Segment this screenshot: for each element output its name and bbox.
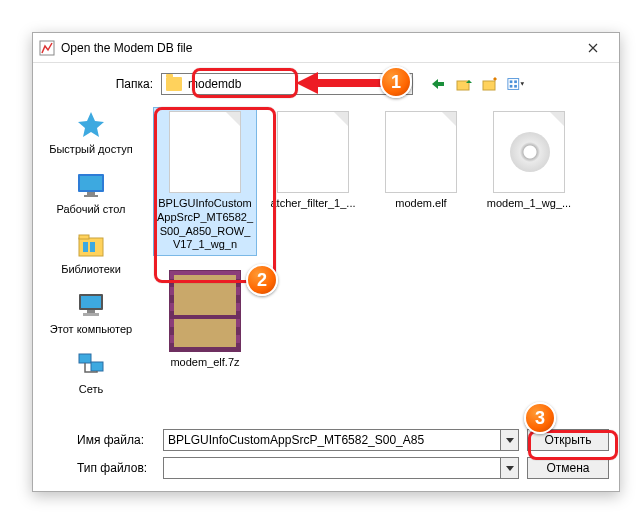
chevron-down-icon	[506, 466, 514, 471]
svg-rect-19	[87, 310, 95, 313]
filename-field[interactable]: BPLGUInfoCustomAppSrcP_MT6582_S00_A85	[163, 429, 501, 451]
file-icon	[385, 111, 457, 193]
file-icon	[277, 111, 349, 193]
place-desktop[interactable]: Рабочий стол	[33, 169, 149, 215]
chevron-down-icon	[400, 82, 408, 87]
svg-rect-3	[483, 81, 495, 90]
up-folder-icon[interactable]	[455, 75, 473, 93]
titlebar: Open the Modem DB file	[33, 33, 619, 63]
svg-rect-8	[514, 85, 517, 88]
folder-dropdown-button[interactable]	[395, 73, 413, 95]
file-item-selected[interactable]: BPLGUInfoCustomAppSrcP_MT6582_S00_A850_R…	[153, 107, 257, 256]
back-icon[interactable]	[429, 75, 447, 93]
svg-rect-12	[84, 195, 98, 197]
close-icon	[588, 43, 598, 53]
folder-icon	[166, 77, 182, 91]
computer-icon	[75, 289, 107, 321]
svg-rect-15	[83, 242, 88, 252]
svg-rect-10	[80, 176, 102, 190]
libraries-icon	[75, 229, 107, 261]
svg-rect-14	[79, 235, 89, 239]
places-bar: Быстрый доступ Рабочий стол Библиотеки Э…	[33, 103, 149, 425]
file-grid[interactable]: BPLGUInfoCustomAppSrcP_MT6582_S00_A850_R…	[149, 103, 619, 425]
file-item[interactable]: modem_elf.7z	[153, 266, 257, 374]
svg-rect-4	[508, 79, 519, 90]
desktop-icon	[75, 169, 107, 201]
disc-file-icon	[493, 111, 565, 193]
network-icon	[75, 349, 107, 381]
close-button[interactable]	[573, 34, 613, 62]
view-menu-icon[interactable]	[507, 75, 525, 93]
file-item[interactable]: modem_1_wg_...	[477, 107, 581, 256]
file-item[interactable]: atcher_filter_1_...	[261, 107, 365, 256]
toolbar-icons	[429, 75, 525, 93]
folder-name: modemdb	[188, 77, 241, 91]
svg-rect-21	[79, 354, 91, 363]
svg-rect-20	[83, 313, 99, 316]
folder-label: Папка:	[41, 77, 161, 91]
svg-rect-7	[514, 80, 517, 83]
filetype-field[interactable]	[163, 457, 501, 479]
place-quick-access[interactable]: Быстрый доступ	[33, 109, 149, 155]
cancel-button[interactable]: Отмена	[527, 457, 609, 479]
svg-rect-11	[87, 192, 95, 195]
filetype-dropdown-button[interactable]	[501, 457, 519, 479]
open-button[interactable]: Открыть	[527, 429, 609, 451]
svg-rect-18	[81, 296, 101, 308]
file-icon	[169, 111, 241, 193]
bottom-panel: Имя файла: BPLGUInfoCustomAppSrcP_MT6582…	[33, 415, 619, 491]
folder-toolbar: Папка: modemdb	[33, 63, 619, 103]
file-item[interactable]: modem.elf	[369, 107, 473, 256]
new-folder-icon[interactable]	[481, 75, 499, 93]
svg-rect-22	[91, 362, 103, 371]
filename-label: Имя файла:	[43, 433, 163, 447]
dialog-window: Open the Modem DB file Папка: modemdb Бы…	[32, 32, 620, 492]
place-libraries[interactable]: Библиотеки	[33, 229, 149, 275]
app-icon	[39, 40, 55, 56]
svg-rect-1	[437, 82, 444, 86]
chevron-down-icon	[506, 438, 514, 443]
svg-rect-5	[510, 80, 513, 83]
svg-rect-6	[510, 85, 513, 88]
svg-rect-16	[90, 242, 95, 252]
place-network[interactable]: Сеть	[33, 349, 149, 395]
filename-dropdown-button[interactable]	[501, 429, 519, 451]
window-title: Open the Modem DB file	[61, 41, 573, 55]
folder-dropdown[interactable]: modemdb	[161, 73, 393, 95]
filetype-label: Тип файлов:	[43, 461, 163, 475]
body-area: Быстрый доступ Рабочий стол Библиотеки Э…	[33, 103, 619, 425]
archive-file-icon	[169, 270, 241, 352]
place-this-pc[interactable]: Этот компьютер	[33, 289, 149, 335]
star-icon	[75, 109, 107, 141]
